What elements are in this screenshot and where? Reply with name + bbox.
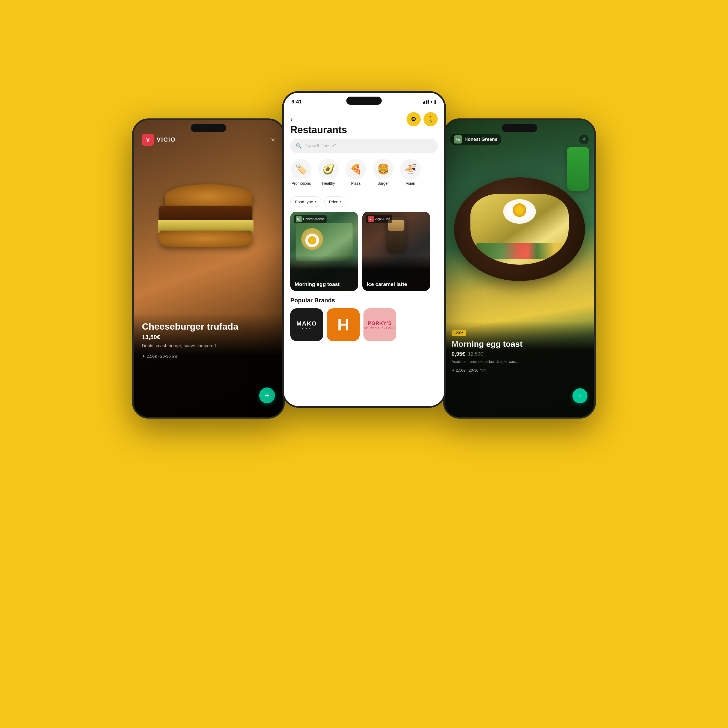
status-bar: 9:41 ▾ ▮ xyxy=(284,93,444,108)
battery-icon: ▮ xyxy=(434,99,437,104)
h-brand[interactable]: H xyxy=(327,308,359,341)
category-burger[interactable]: 🍔 Burger xyxy=(372,159,394,185)
burger-label: Burger xyxy=(377,181,389,185)
honest-greens-card[interactable]: hg Honest greens Morning egg toast xyxy=(290,212,358,291)
signal-bar-2 xyxy=(424,101,425,104)
vicio-brand-text: VICIO xyxy=(157,136,176,143)
categories-row: 🏷️ Promotions 🥑 Healthy 🍕 Pizza 🍔 Burger… xyxy=(284,159,444,185)
acai-badge: ● Açai & Me xyxy=(366,215,392,223)
product-meta: ✦ 2,50€ · 20-30 min xyxy=(142,354,275,359)
honest-greens-brand: Honest greens xyxy=(303,217,324,221)
product-name: Cheeseburger trufada xyxy=(142,321,275,332)
honest-greens-badge: hg Honest greens xyxy=(294,215,327,223)
asian-label: Asian xyxy=(405,181,415,185)
honest-badge: hg Honest Greens xyxy=(450,134,501,145)
status-time: 9:41 xyxy=(291,99,302,105)
chevron-down-icon: ▾ xyxy=(315,200,317,203)
glass-element xyxy=(567,147,589,191)
right-product-description: Asado al horno de carbón Josper con... xyxy=(451,359,587,364)
search-input[interactable]: Try with "pizza" xyxy=(304,143,336,149)
porkys-text: PORKY'S xyxy=(368,321,392,326)
plate xyxy=(454,177,585,281)
honest-greens-dish: Morning egg toast xyxy=(295,281,353,288)
pizza-icon: 🍕 xyxy=(346,159,366,179)
left-phone: V VICIO × Cheeseburger trufada 13,50€ Do… xyxy=(132,118,285,419)
mako-text: MAKO xyxy=(296,320,317,327)
right-brand-header: hg Honest Greens × xyxy=(450,134,589,145)
add-button[interactable]: + xyxy=(259,387,275,403)
product-overlay: Cheeseburger trufada 13,50€ Doble smash … xyxy=(134,313,283,417)
h-text: H xyxy=(337,315,349,334)
brand-header: V VICIO × xyxy=(142,134,275,146)
food-type-label: Food type xyxy=(295,199,313,204)
hg-icon: hg xyxy=(454,135,462,144)
search-bar[interactable]: 🔍 Try with "pizza" xyxy=(290,139,438,153)
vicio-icon: V xyxy=(142,134,154,146)
price-filter[interactable]: Price ▾ xyxy=(324,196,346,207)
bun-top xyxy=(165,184,252,209)
status-icons: ▾ ▮ xyxy=(423,99,437,104)
signal-bar-1 xyxy=(423,102,424,104)
discount-badge: -20% xyxy=(451,330,466,336)
chevron-down-icon-2: ▾ xyxy=(340,200,342,203)
center-phone: 9:41 ▾ ▮ ‹ ⚙ 🚶 xyxy=(282,91,446,408)
acai-dish: Ice caramel latte xyxy=(367,281,426,288)
current-price: 0,95€ xyxy=(451,351,465,357)
healthy-label: Healthy xyxy=(322,181,335,185)
burger-illustration xyxy=(134,136,283,314)
burger-icon: 🍔 xyxy=(373,159,393,179)
delivery-icon-button[interactable]: ⚙ xyxy=(407,112,421,126)
egg-yolk-visual xyxy=(308,236,316,245)
search-icon: 🔍 xyxy=(296,143,302,149)
filter-row: Food type ▾ Price ▾ xyxy=(290,196,346,207)
right-add-button[interactable]: + xyxy=(572,388,587,403)
back-button[interactable]: ‹ xyxy=(290,115,293,124)
signal-bar-4 xyxy=(428,99,429,104)
right-product-meta: ✦ 2,50€ · 20-30 min xyxy=(451,368,587,372)
vicio-logo: V VICIO xyxy=(142,134,176,146)
wifi-icon: ▾ xyxy=(430,99,433,104)
pizza-label: Pizza xyxy=(351,181,361,185)
healthy-icon: 🥑 xyxy=(318,159,339,179)
egg-toast xyxy=(470,194,569,265)
right-phone-notch xyxy=(502,124,537,132)
close-icon-right[interactable]: × xyxy=(579,135,589,144)
category-pizza[interactable]: 🍕 Pizza xyxy=(345,159,367,185)
veggies xyxy=(476,243,563,259)
brands-row: MAKO ● ● ● H PORKY'S UPTOWN BARCELONA xyxy=(290,308,438,341)
right-product-overlay: -20% Morning egg toast 0,95€ 12,50€ Asad… xyxy=(445,321,594,417)
main-scene: V VICIO × Cheeseburger trufada 13,50€ Do… xyxy=(118,64,610,664)
hg-badge-icon: hg xyxy=(296,216,302,222)
close-icon[interactable]: × xyxy=(271,136,275,144)
header-icons: ⚙ 🚶 xyxy=(407,112,438,126)
page-title: Restaurants xyxy=(290,124,347,136)
promotions-icon: 🏷️ xyxy=(291,159,312,179)
right-phone: hg Honest Greens × -20% Morning egg toas… xyxy=(443,118,596,419)
porkys-subtitle: UPTOWN BARCELONA xyxy=(364,326,395,329)
walk-icon-button[interactable]: 🚶 xyxy=(424,112,438,126)
honest-brand-name: Honest Greens xyxy=(464,137,497,142)
price-row: 0,95€ 12,50€ xyxy=(451,351,587,357)
product-price: 13,50€ xyxy=(142,334,275,341)
category-promotions[interactable]: 🏷️ Promotions xyxy=(290,159,312,185)
category-healthy[interactable]: 🥑 Healthy xyxy=(318,159,340,185)
popular-brands-section: Popular Brands MAKO ● ● ● H PORKY'S UPTO… xyxy=(290,297,438,341)
asian-icon: 🍜 xyxy=(400,159,421,179)
app-header: ‹ ⚙ 🚶 xyxy=(284,108,444,126)
acai-overlay: Ice caramel latte xyxy=(362,255,430,291)
product-description: Doble smash burger, huevo campero f... xyxy=(142,344,275,349)
acai-brand: Açai & Me xyxy=(375,217,390,221)
honest-greens-overlay: Morning egg toast xyxy=(290,255,358,291)
category-asian[interactable]: 🍜 Asian xyxy=(399,159,421,185)
mako-dots: ● ● ● xyxy=(302,327,311,330)
egg-yolk xyxy=(513,203,526,217)
restaurant-cards-row: hg Honest greens Morning egg toast xyxy=(284,212,444,291)
food-type-filter[interactable]: Food type ▾ xyxy=(290,196,321,207)
mako-brand[interactable]: MAKO ● ● ● xyxy=(290,308,323,341)
acai-card[interactable]: ● Açai & Me Ice caramel latte xyxy=(362,212,430,291)
porkys-brand[interactable]: PORKY'S UPTOWN BARCELONA xyxy=(364,308,396,341)
original-price: 12,50€ xyxy=(468,351,483,357)
price-label: Price xyxy=(329,199,338,204)
signal-bars-icon xyxy=(423,99,429,104)
popular-brands-title: Popular Brands xyxy=(290,297,438,304)
